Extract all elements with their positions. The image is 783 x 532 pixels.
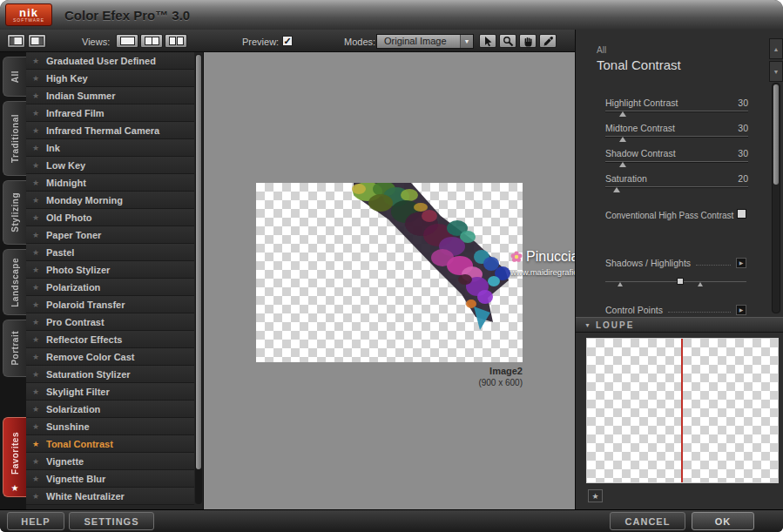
side-by-side-view-button[interactable]	[165, 34, 187, 48]
star-icon[interactable]: ★	[32, 335, 41, 344]
slider-track[interactable]	[605, 136, 748, 137]
filter-item[interactable]: ★Vignette Blur	[26, 470, 194, 488]
mid-marker[interactable]	[677, 278, 684, 285]
tab-stylizing[interactable]: Stylizing	[3, 180, 26, 245]
zoom-tool-button[interactable]	[499, 34, 516, 48]
filter-item[interactable]: ★Vignette	[26, 453, 194, 470]
filter-item[interactable]: ★White Neutralizer	[26, 488, 194, 505]
slider-thumb[interactable]	[613, 187, 620, 192]
star-icon[interactable]: ★	[32, 248, 41, 257]
highlights-slider-thumb[interactable]	[698, 282, 703, 286]
toggle-settings-panel-button[interactable]	[28, 34, 46, 48]
next-filter-button[interactable]: ▼	[769, 61, 783, 82]
scrollbar-thumb[interactable]	[773, 84, 779, 185]
filter-item[interactable]: ★Reflector Effects	[26, 331, 194, 348]
filter-item[interactable]: ★Monday Morning	[26, 192, 194, 209]
star-icon[interactable]: ★	[32, 74, 41, 83]
star-icon[interactable]: ★	[32, 126, 41, 135]
tab-landscape[interactable]: Landscape	[3, 249, 26, 315]
star-icon[interactable]: ★	[32, 440, 41, 448]
filter-item[interactable]: ★Midnight	[26, 174, 194, 192]
modes-dropdown[interactable]: Original Image ▼	[376, 34, 474, 49]
tab-traditional[interactable]: Traditional	[3, 101, 26, 176]
loupe-header[interactable]: ▼ LOUPE	[576, 317, 783, 333]
star-icon[interactable]: ★	[32, 353, 41, 361]
star-icon[interactable]: ★	[32, 422, 41, 431]
settings-button[interactable]: SETTINGS	[69, 512, 154, 530]
select-tool-button[interactable]	[479, 34, 496, 48]
filter-item[interactable]: ★Polarization	[26, 279, 194, 296]
settings-scrollbar[interactable]	[772, 83, 780, 313]
slider-track[interactable]	[605, 161, 748, 162]
star-icon[interactable]: ★	[32, 144, 41, 152]
star-icon[interactable]: ★	[32, 457, 41, 466]
star-icon[interactable]: ★	[32, 91, 41, 100]
expand-shadows-highlights-button[interactable]: ▶	[736, 258, 746, 268]
triangle-up-icon: ▲	[773, 46, 780, 52]
star-icon[interactable]: ★	[32, 161, 41, 170]
star-icon[interactable]: ★	[32, 283, 41, 292]
star-icon[interactable]: ★	[32, 387, 41, 396]
filter-item[interactable]: ★Indian Summer	[26, 87, 194, 104]
star-icon[interactable]: ★	[32, 231, 41, 239]
filter-item[interactable]: ★Graduated User Defined	[26, 52, 194, 70]
arrow-right-icon: ▶	[739, 307, 744, 313]
star-icon[interactable]: ★	[32, 178, 41, 187]
preview-checkbox[interactable]: ✓	[282, 36, 293, 46]
star-icon[interactable]: ★	[32, 266, 41, 274]
filter-item[interactable]: ★Low Key	[26, 157, 194, 174]
single-view-button[interactable]	[116, 34, 138, 48]
slider-thumb[interactable]	[619, 162, 626, 167]
filter-item[interactable]: ★Pastel	[26, 244, 194, 261]
star-icon[interactable]: ★	[32, 318, 41, 327]
slider-thumb[interactable]	[619, 137, 626, 142]
filter-item[interactable]: ★Photo Stylizer	[26, 261, 194, 279]
tab-all[interactable]: All	[3, 57, 26, 97]
ok-button[interactable]: OK	[692, 512, 754, 530]
tab-favorites[interactable]: Favorites ★	[3, 417, 26, 497]
star-icon[interactable]: ★	[32, 300, 41, 309]
shadows-slider-thumb[interactable]	[618, 282, 623, 286]
filter-item[interactable]: ★Infrared Film	[26, 104, 194, 122]
filter-item[interactable]: ★Sunshine	[26, 418, 194, 435]
pan-tool-button[interactable]	[519, 34, 537, 48]
high-pass-contrast-checkbox[interactable]	[737, 209, 746, 219]
star-icon[interactable]: ★	[32, 213, 41, 222]
filter-item[interactable]: ★High Key	[26, 70, 194, 87]
add-favorite-button[interactable]: ★	[588, 489, 603, 502]
filter-item[interactable]: ★Pro Contrast	[26, 313, 194, 331]
star-icon[interactable]: ★	[32, 492, 41, 501]
slider-track[interactable]	[605, 186, 748, 187]
star-icon[interactable]: ★	[32, 196, 41, 205]
toggle-filter-panel-button[interactable]	[7, 34, 25, 48]
filter-item[interactable]: ★Skylight Filter	[26, 383, 194, 401]
star-icon[interactable]: ★	[32, 405, 41, 414]
star-icon[interactable]: ★	[32, 370, 41, 379]
slider-track[interactable]	[605, 111, 748, 111]
filter-list-scrollbar[interactable]	[195, 54, 202, 504]
slider-thumb[interactable]	[619, 111, 626, 117]
previous-filter-button[interactable]: ▲	[769, 38, 783, 59]
filter-item[interactable]: ★Infrared Thermal Camera	[26, 122, 194, 139]
filter-item[interactable]: ★Ink	[26, 139, 194, 157]
filter-item[interactable]: ★Paper Toner	[26, 226, 194, 244]
filter-item[interactable]: ★Saturation Stylizer	[26, 366, 194, 383]
star-icon[interactable]: ★	[32, 109, 41, 118]
eyedropper-tool-button[interactable]	[539, 34, 557, 48]
filter-item[interactable]: ★Tonal Contrast	[26, 435, 194, 453]
tab-portrait[interactable]: Portrait	[3, 320, 26, 377]
filter-item[interactable]: ★Remove Color Cast	[26, 348, 194, 366]
star-icon[interactable]: ★	[32, 57, 41, 65]
filter-item[interactable]: ★Old Photo	[26, 209, 194, 226]
mini-slider-track[interactable]	[605, 281, 746, 282]
help-button[interactable]: HELP	[7, 512, 64, 530]
scrollbar-thumb[interactable]	[196, 55, 201, 469]
expand-control-points-button[interactable]: ▶	[736, 305, 746, 315]
loupe-position-line[interactable]	[681, 339, 683, 482]
filter-item[interactable]: ★Polaroid Transfer	[26, 296, 194, 313]
star-icon[interactable]: ★	[32, 475, 41, 483]
split-view-button[interactable]	[140, 34, 163, 48]
cancel-button[interactable]: CANCEL	[610, 512, 685, 530]
filter-item[interactable]: ★Solarization	[26, 401, 194, 418]
preview-image[interactable]	[256, 183, 523, 362]
